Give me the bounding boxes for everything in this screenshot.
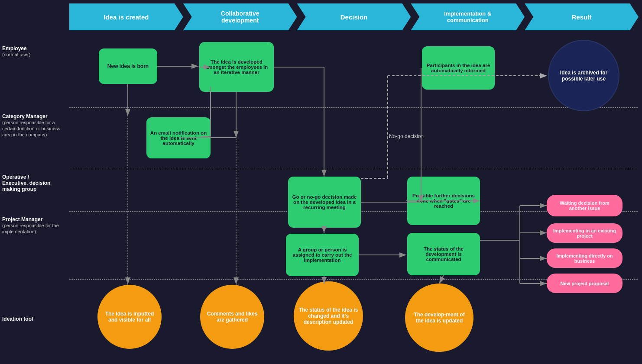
development-updated-circle: The develop-ment of the idea is updated — [405, 283, 473, 352]
header-arrow-3: Decision — [297, 3, 411, 30]
developed-idea-box: The idea is developed amongst the employ… — [199, 42, 274, 92]
diagram-container: Idea is created Collaborativedevelopment… — [0, 0, 642, 364]
divider-2 — [69, 169, 638, 169]
go-nogo-box: Go or no-go decision made on the develop… — [288, 177, 361, 228]
comments-likes-circle: Comments and likes are gathered — [200, 285, 264, 349]
status-changed-circle: The status of the idea is changed and it… — [294, 281, 363, 351]
further-decisions-box: Possible further decisions done when "ga… — [407, 177, 480, 225]
status-communicated-box: The status of the development is communi… — [407, 233, 480, 275]
header-arrow-1: Idea is created — [69, 3, 183, 30]
row-label-category-manager: Category Manager (person responsible for… — [2, 113, 69, 138]
header-row: Idea is created Collaborativedevelopment… — [69, 3, 639, 30]
directly-business-box: Implementing directly on business — [547, 248, 623, 268]
row-label-employee: Employee (normal user) — [2, 45, 69, 58]
existing-project-box: Implementing in an existing project — [547, 223, 623, 243]
header-arrow-4: Implementation &communication — [411, 3, 525, 30]
divider-1 — [69, 107, 638, 108]
idea-archived-circle: Idea is archived for possible later use — [548, 40, 619, 111]
waiting-decision-box: Waiting decision from another issue — [547, 195, 623, 216]
row-label-ideation-tool: Ideation tool — [2, 316, 69, 322]
group-assigned-box: A group or person is assigned to carry o… — [286, 234, 359, 276]
new-project-box: New project proposal — [547, 274, 623, 293]
header-arrow-2: Collaborativedevelopment — [183, 3, 297, 30]
row-label-project-manager: Project Manager (person responsible for … — [2, 216, 69, 235]
header-arrow-5: Result — [525, 3, 639, 30]
participants-informed-box: Participants in the idea are automatical… — [422, 46, 495, 90]
row-label-operative: Operative /Executive, decisionmaking gro… — [2, 174, 69, 192]
new-idea-box: New idea is born — [99, 48, 157, 84]
email-notification-box: An email notification on the idea is sen… — [146, 117, 211, 158]
nogo-label: No-go decision — [389, 133, 424, 139]
idea-inputted-circle: The idea is inputted and visible for all — [97, 285, 162, 349]
